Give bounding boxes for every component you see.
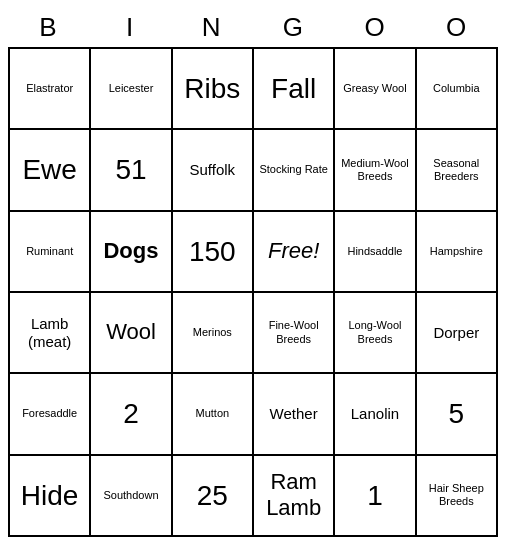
bingo-cell-0-2: Ribs xyxy=(173,49,254,130)
header-letter-o: O xyxy=(335,7,417,47)
header-letter-o: O xyxy=(416,7,498,47)
bingo-cell-0-4: Greasy Wool xyxy=(335,49,416,130)
bingo-cell-5-2: 25 xyxy=(173,456,254,537)
bingo-cell-2-4: Hindsaddle xyxy=(335,212,416,293)
bingo-cell-3-1: Wool xyxy=(91,293,172,374)
bingo-cell-0-5: Columbia xyxy=(417,49,498,130)
bingo-cell-5-5: Hair Sheep Breeds xyxy=(417,456,498,537)
bingo-row-1: Ewe51SuffolkStocking RateMedium-Wool Bre… xyxy=(10,130,498,211)
bingo-cell-4-4: Lanolin xyxy=(335,374,416,455)
bingo-cell-5-3: Ram Lamb xyxy=(254,456,335,537)
bingo-header: BINGOO xyxy=(8,7,498,47)
bingo-cell-4-0: Foresaddle xyxy=(10,374,91,455)
bingo-row-2: RuminantDogs150Free!HindsaddleHampshire xyxy=(10,212,498,293)
header-letter-b: B xyxy=(8,7,90,47)
bingo-cell-3-0: Lamb (meat) xyxy=(10,293,91,374)
bingo-cell-4-5: 5 xyxy=(417,374,498,455)
bingo-cell-1-4: Medium-Wool Breeds xyxy=(335,130,416,211)
bingo-grid: ElastratorLeicesterRibsFallGreasy WoolCo… xyxy=(8,47,498,537)
bingo-cell-1-2: Suffolk xyxy=(173,130,254,211)
bingo-row-4: Foresaddle2MuttonWetherLanolin5 xyxy=(10,374,498,455)
bingo-cell-0-1: Leicester xyxy=(91,49,172,130)
bingo-row-0: ElastratorLeicesterRibsFallGreasy WoolCo… xyxy=(10,49,498,130)
bingo-row-3: Lamb (meat)WoolMerinosFine-Wool BreedsLo… xyxy=(10,293,498,374)
bingo-cell-1-1: 51 xyxy=(91,130,172,211)
bingo-cell-2-2: 150 xyxy=(173,212,254,293)
bingo-cell-4-2: Mutton xyxy=(173,374,254,455)
bingo-cell-0-0: Elastrator xyxy=(10,49,91,130)
bingo-cell-1-5: Seasonal Breeders xyxy=(417,130,498,211)
bingo-cell-5-0: Hide xyxy=(10,456,91,537)
bingo-cell-4-3: Wether xyxy=(254,374,335,455)
bingo-cell-2-0: Ruminant xyxy=(10,212,91,293)
header-letter-n: N xyxy=(171,7,253,47)
bingo-card: BINGOO ElastratorLeicesterRibsFallGreasy… xyxy=(8,7,498,537)
bingo-cell-3-3: Fine-Wool Breeds xyxy=(254,293,335,374)
bingo-cell-3-5: Dorper xyxy=(417,293,498,374)
bingo-cell-1-3: Stocking Rate xyxy=(254,130,335,211)
bingo-row-5: HideSouthdown25Ram Lamb1Hair Sheep Breed… xyxy=(10,456,498,537)
bingo-cell-5-4: 1 xyxy=(335,456,416,537)
bingo-cell-0-3: Fall xyxy=(254,49,335,130)
bingo-cell-5-1: Southdown xyxy=(91,456,172,537)
header-letter-g: G xyxy=(253,7,335,47)
bingo-cell-3-2: Merinos xyxy=(173,293,254,374)
bingo-cell-2-3: Free! xyxy=(254,212,335,293)
bingo-cell-1-0: Ewe xyxy=(10,130,91,211)
bingo-cell-3-4: Long-Wool Breeds xyxy=(335,293,416,374)
bingo-cell-4-1: 2 xyxy=(91,374,172,455)
bingo-cell-2-1: Dogs xyxy=(91,212,172,293)
bingo-cell-2-5: Hampshire xyxy=(417,212,498,293)
header-letter-i: I xyxy=(90,7,172,47)
